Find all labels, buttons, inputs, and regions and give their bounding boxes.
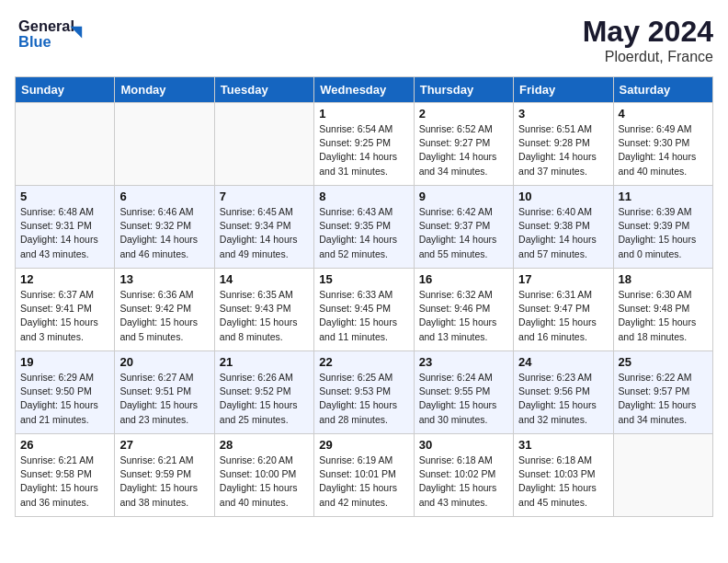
calendar-week-row: 19Sunrise: 6:29 AM Sunset: 9:50 PM Dayli… xyxy=(16,351,713,434)
calendar-cell: 31Sunrise: 6:18 AM Sunset: 10:03 PM Dayl… xyxy=(514,434,613,517)
day-number: 8 xyxy=(319,190,408,203)
calendar-cell: 14Sunrise: 6:35 AM Sunset: 9:43 PM Dayli… xyxy=(214,269,313,351)
day-info: Sunrise: 6:37 AM Sunset: 9:41 PM Dayligh… xyxy=(20,288,109,344)
calendar-cell: 2Sunrise: 6:52 AM Sunset: 9:27 PM Daylig… xyxy=(414,103,513,186)
day-number: 2 xyxy=(419,107,508,121)
day-info: Sunrise: 6:48 AM Sunset: 9:31 PM Dayligh… xyxy=(20,205,109,261)
day-number: 4 xyxy=(619,107,708,121)
calendar-cell: 24Sunrise: 6:23 AM Sunset: 9:56 PM Dayli… xyxy=(514,351,613,434)
day-info: Sunrise: 6:29 AM Sunset: 9:50 PM Dayligh… xyxy=(20,371,109,427)
day-info: Sunrise: 6:33 AM Sunset: 9:45 PM Dayligh… xyxy=(319,288,408,344)
weekday-friday: Friday xyxy=(514,77,613,103)
weekday-monday: Monday xyxy=(115,77,214,103)
calendar-cell: 16Sunrise: 6:32 AM Sunset: 9:46 PM Dayli… xyxy=(414,269,513,351)
day-number: 30 xyxy=(419,438,508,452)
day-number: 24 xyxy=(518,355,608,369)
day-number: 21 xyxy=(220,355,309,369)
calendar-cell xyxy=(115,103,214,186)
day-info: Sunrise: 6:35 AM Sunset: 9:43 PM Dayligh… xyxy=(220,288,309,344)
day-info: Sunrise: 6:51 AM Sunset: 9:28 PM Dayligh… xyxy=(518,122,608,178)
weekday-thursday: Thursday xyxy=(414,77,513,103)
calendar-cell: 4Sunrise: 6:49 AM Sunset: 9:30 PM Daylig… xyxy=(613,103,712,186)
day-number: 16 xyxy=(419,272,508,286)
day-number: 23 xyxy=(419,355,508,369)
day-info: Sunrise: 6:43 AM Sunset: 9:35 PM Dayligh… xyxy=(319,205,408,261)
day-number: 11 xyxy=(619,190,708,203)
weekday-wednesday: Wednesday xyxy=(314,77,414,103)
day-info: Sunrise: 6:18 AM Sunset: 10:03 PM Daylig… xyxy=(518,454,608,510)
calendar-cell: 15Sunrise: 6:33 AM Sunset: 9:45 PM Dayli… xyxy=(314,269,414,351)
day-number: 28 xyxy=(220,438,309,452)
calendar-cell: 18Sunrise: 6:30 AM Sunset: 9:48 PM Dayli… xyxy=(613,269,712,351)
day-info: Sunrise: 6:42 AM Sunset: 9:37 PM Dayligh… xyxy=(419,205,508,261)
day-info: Sunrise: 6:32 AM Sunset: 9:46 PM Dayligh… xyxy=(419,288,508,344)
day-info: Sunrise: 6:27 AM Sunset: 9:51 PM Dayligh… xyxy=(119,371,209,427)
calendar-cell: 29Sunrise: 6:19 AM Sunset: 10:01 PM Dayl… xyxy=(314,434,414,517)
calendar-cell: 11Sunrise: 6:39 AM Sunset: 9:39 PM Dayli… xyxy=(613,186,712,269)
day-info: Sunrise: 6:49 AM Sunset: 9:30 PM Dayligh… xyxy=(619,122,708,178)
calendar-cell: 12Sunrise: 6:37 AM Sunset: 9:41 PM Dayli… xyxy=(16,269,115,351)
page-header: General Blue May 2024 Ploerdut, France xyxy=(15,15,713,65)
weekday-sunday: Sunday xyxy=(16,77,115,103)
day-number: 29 xyxy=(319,438,408,452)
day-number: 6 xyxy=(119,190,209,203)
day-number: 25 xyxy=(619,355,708,369)
logo-svg: General Blue xyxy=(15,15,97,52)
calendar-cell: 8Sunrise: 6:43 AM Sunset: 9:35 PM Daylig… xyxy=(314,186,414,269)
calendar-cell: 10Sunrise: 6:40 AM Sunset: 9:38 PM Dayli… xyxy=(514,186,613,269)
calendar-cell: 7Sunrise: 6:45 AM Sunset: 9:34 PM Daylig… xyxy=(214,186,313,269)
svg-text:General: General xyxy=(18,17,74,34)
calendar-cell: 1Sunrise: 6:54 AM Sunset: 9:25 PM Daylig… xyxy=(314,103,414,186)
calendar-cell: 20Sunrise: 6:27 AM Sunset: 9:51 PM Dayli… xyxy=(115,351,214,434)
day-number: 18 xyxy=(619,272,708,286)
day-info: Sunrise: 6:23 AM Sunset: 9:56 PM Dayligh… xyxy=(518,371,608,427)
month-title: May 2024 xyxy=(583,15,713,49)
day-info: Sunrise: 6:45 AM Sunset: 9:34 PM Dayligh… xyxy=(220,205,309,261)
svg-text:Blue: Blue xyxy=(18,33,51,50)
day-number: 22 xyxy=(319,355,408,369)
day-number: 5 xyxy=(20,190,109,203)
day-number: 27 xyxy=(119,438,209,452)
calendar-cell: 30Sunrise: 6:18 AM Sunset: 10:02 PM Dayl… xyxy=(414,434,513,517)
day-info: Sunrise: 6:21 AM Sunset: 9:58 PM Dayligh… xyxy=(20,454,109,510)
day-info: Sunrise: 6:36 AM Sunset: 9:42 PM Dayligh… xyxy=(119,288,209,344)
day-info: Sunrise: 6:54 AM Sunset: 9:25 PM Dayligh… xyxy=(319,122,408,178)
calendar-cell xyxy=(214,103,313,186)
day-number: 31 xyxy=(518,438,608,452)
day-number: 9 xyxy=(419,190,508,203)
weekday-header-row: SundayMondayTuesdayWednesdayThursdayFrid… xyxy=(16,77,713,103)
calendar-cell: 21Sunrise: 6:26 AM Sunset: 9:52 PM Dayli… xyxy=(214,351,313,434)
day-number: 20 xyxy=(119,355,209,369)
location-title: Ploerdut, France xyxy=(583,49,713,65)
calendar-cell: 28Sunrise: 6:20 AM Sunset: 10:00 PM Dayl… xyxy=(214,434,313,517)
calendar-cell: 9Sunrise: 6:42 AM Sunset: 9:37 PM Daylig… xyxy=(414,186,513,269)
calendar-week-row: 12Sunrise: 6:37 AM Sunset: 9:41 PM Dayli… xyxy=(16,269,713,351)
day-info: Sunrise: 6:46 AM Sunset: 9:32 PM Dayligh… xyxy=(119,205,209,261)
day-number: 19 xyxy=(20,355,109,369)
title-block: May 2024 Ploerdut, France xyxy=(583,15,713,65)
day-info: Sunrise: 6:26 AM Sunset: 9:52 PM Dayligh… xyxy=(220,371,309,427)
calendar-cell: 27Sunrise: 6:21 AM Sunset: 9:59 PM Dayli… xyxy=(115,434,214,517)
day-info: Sunrise: 6:30 AM Sunset: 9:48 PM Dayligh… xyxy=(619,288,708,344)
day-info: Sunrise: 6:31 AM Sunset: 9:47 PM Dayligh… xyxy=(518,288,608,344)
calendar-cell: 26Sunrise: 6:21 AM Sunset: 9:58 PM Dayli… xyxy=(16,434,115,517)
day-info: Sunrise: 6:25 AM Sunset: 9:53 PM Dayligh… xyxy=(319,371,408,427)
day-info: Sunrise: 6:19 AM Sunset: 10:01 PM Daylig… xyxy=(319,454,408,510)
calendar-cell: 13Sunrise: 6:36 AM Sunset: 9:42 PM Dayli… xyxy=(115,269,214,351)
calendar-cell: 19Sunrise: 6:29 AM Sunset: 9:50 PM Dayli… xyxy=(16,351,115,434)
day-number: 7 xyxy=(220,190,309,203)
logo: General Blue xyxy=(15,15,97,55)
calendar-week-row: 26Sunrise: 6:21 AM Sunset: 9:58 PM Dayli… xyxy=(16,434,713,517)
day-info: Sunrise: 6:52 AM Sunset: 9:27 PM Dayligh… xyxy=(419,122,508,178)
day-number: 15 xyxy=(319,272,408,286)
calendar-table: SundayMondayTuesdayWednesdayThursdayFrid… xyxy=(15,76,713,517)
day-number: 12 xyxy=(20,272,109,286)
weekday-saturday: Saturday xyxy=(613,77,712,103)
calendar-cell xyxy=(16,103,115,186)
day-number: 10 xyxy=(518,190,608,203)
day-number: 1 xyxy=(319,107,408,121)
calendar-cell: 22Sunrise: 6:25 AM Sunset: 9:53 PM Dayli… xyxy=(314,351,414,434)
day-number: 3 xyxy=(518,107,608,121)
day-info: Sunrise: 6:20 AM Sunset: 10:00 PM Daylig… xyxy=(220,454,309,510)
calendar-week-row: 1Sunrise: 6:54 AM Sunset: 9:25 PM Daylig… xyxy=(16,103,713,186)
